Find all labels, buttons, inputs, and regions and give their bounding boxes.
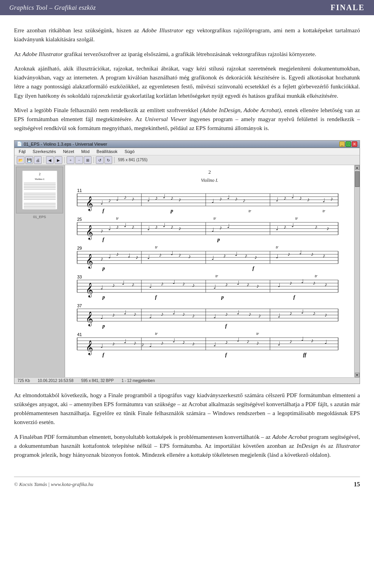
svg-text:p: p [217,236,220,242]
svg-text:♩: ♩ [237,310,240,315]
toolbar-info: 595 x 841 (1755) [118,158,148,162]
svg-text:𝄞: 𝄞 [86,312,93,327]
svg-text:p: p [102,294,105,300]
svg-text:♪: ♪ [155,224,158,230]
page-content: Erre azonban ritkábban lesz szükségünk, … [0,15,374,473]
svg-text:f: f [102,208,105,213]
svg-text:p: p [170,208,173,213]
header-badge: FINALE [330,3,365,12]
svg-text:♩: ♩ [227,194,230,200]
svg-text:♪: ♪ [254,254,257,260]
svg-text:♪: ♪ [182,281,185,287]
svg-text:♩: ♩ [149,313,152,319]
svg-text:♪: ♪ [116,224,119,230]
svg-text:♪: ♪ [178,252,181,258]
svg-text:♩: ♩ [101,285,103,290]
svg-text:♪: ♪ [116,251,119,257]
svg-text:♪: ♪ [313,280,316,286]
screenshot-main-area: 2 Violino I. 11 𝄞 [65,165,354,377]
menu-file[interactable]: Fájl [18,149,27,154]
toolbar-rotate-left[interactable]: ↺ [96,156,104,164]
svg-text:♪: ♪ [256,340,259,346]
scrollbar-up-arrow[interactable]: ▲ [355,165,360,170]
menu-mode[interactable]: Mód [80,149,90,154]
titlebar-controls[interactable]: _ □ ✕ [339,141,357,147]
svg-text:♩: ♩ [116,196,119,202]
svg-text:tr: tr [323,209,325,213]
paragraph-7: Mivel a legtöbb Finale felhasználó nem r… [14,106,360,133]
maximize-button[interactable]: □ [346,141,351,147]
svg-text:♪: ♪ [192,313,195,319]
menu-edit[interactable]: Szerkesztés [32,149,57,154]
minimize-button[interactable]: _ [339,141,345,147]
close-button[interactable]: ✕ [352,141,357,147]
svg-text:♩: ♩ [276,197,279,202]
svg-text:♪: ♪ [311,338,314,343]
svg-text:♩: ♩ [237,280,240,286]
toolbar-forward[interactable]: ▶ [55,156,62,164]
svg-text:♩: ♩ [301,278,304,284]
screenshot-statusbar: 725 Kb 10.06.2012 16:53:58 595 x 841, 32… [14,377,360,384]
svg-text:♩: ♩ [237,337,240,343]
screenshot-menubar: Fájl Szerkesztés Nézet Mód Beállítások S… [14,148,360,155]
header-title: Graphics Tool – Grafikai eszköz [9,4,96,11]
toolbar-fit[interactable]: ⊞ [84,156,92,164]
svg-text:♩: ♩ [128,253,131,259]
toolbar-separator-4 [114,157,115,163]
toolbar-zoom-in[interactable]: + [67,156,74,164]
italic-indesign: InDesign [297,443,318,449]
svg-text:ff: ff [303,352,307,357]
svg-text:♪: ♪ [284,195,286,201]
svg-text:♪: ♪ [132,196,134,202]
svg-text:tr: tr [249,209,251,213]
svg-text:♪: ♪ [330,196,333,202]
svg-text:♪: ♪ [225,311,228,317]
svg-text:tr: tr [256,331,259,336]
paragraph-3: Azoknak ajánlható, akik illusztrációkat,… [14,64,360,100]
toolbar-back[interactable]: ◀ [46,156,54,164]
svg-text:♩: ♩ [213,284,216,290]
toolbar-separator-3 [94,157,94,163]
svg-text:tr: tr [315,274,318,278]
svg-text:p: p [102,265,105,271]
toolbar-rotate-right[interactable]: ↻ [104,156,112,164]
menu-settings[interactable]: Beállítások [95,149,119,154]
svg-text:29: 29 [77,246,82,250]
svg-text:♩: ♩ [101,343,103,349]
svg-text:♩: ♩ [124,222,127,228]
svg-text:♩: ♩ [147,254,150,260]
scrollbar-down-arrow[interactable]: ▼ [355,373,360,377]
toolbar-save[interactable]: 💾 [25,156,33,164]
scrollbar-thumb[interactable] [355,171,360,187]
svg-text:♪: ♪ [311,251,314,257]
screenshot-left-panel: 2 Violino I. [14,165,65,377]
screenshot-scrollbar[interactable]: ▲ ▼ [354,165,360,377]
svg-text:p: p [221,294,224,300]
toolbar-open[interactable]: 📂 [17,156,25,164]
svg-text:♩: ♩ [124,338,127,344]
svg-text:♩: ♩ [213,342,216,347]
svg-text:f: f [102,236,105,242]
menu-help[interactable]: Súgó [123,149,136,154]
svg-text:♪: ♪ [289,280,292,286]
svg-text:♩: ♩ [301,336,304,342]
svg-text:f: f [155,294,157,300]
toolbar-print[interactable]: 🖨 [34,156,42,164]
svg-text:♩: ♩ [149,283,152,289]
toolbar-zoom-out[interactable]: − [75,156,83,164]
footer-copyright: © Kocsis Tamás | www.kota-grafika.hu [14,481,93,488]
svg-text:♩: ♩ [323,197,325,203]
svg-text:♪: ♪ [299,195,302,201]
svg-text:♪: ♪ [171,224,173,230]
titlebar-left: 📄 01_EPS - Violino 1.3.eps - Universal V… [17,141,107,146]
svg-text:♪: ♪ [112,341,115,347]
svg-text:♪: ♪ [225,339,228,345]
status-pages: 1 - 12 megjelenben [122,379,155,383]
svg-text:♪: ♪ [243,197,245,203]
svg-text:♩: ♩ [101,314,103,320]
svg-text:♩: ♩ [278,313,280,319]
svg-text:♩: ♩ [212,198,214,204]
svg-text:♩: ♩ [299,250,302,255]
svg-text:2: 2 [39,173,41,176]
menu-view[interactable]: Nézet [62,149,76,154]
